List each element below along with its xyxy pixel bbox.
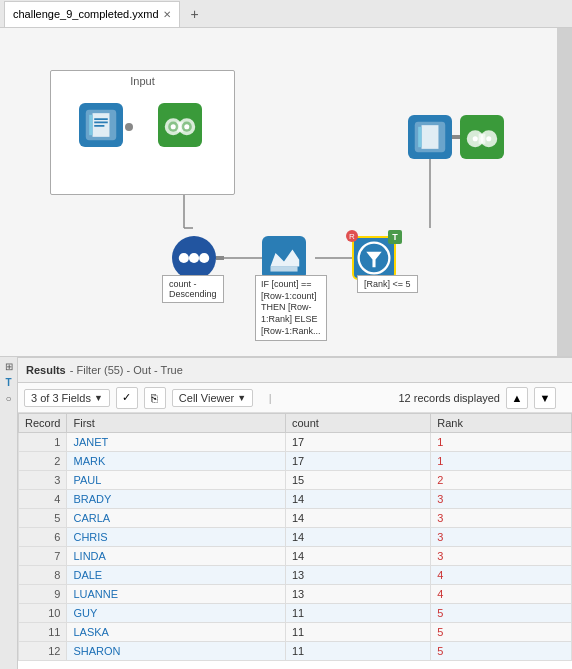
table-row: 4 BRADY 14 3 — [19, 490, 572, 509]
table-row: 1 JANET 17 1 — [19, 433, 572, 452]
cell-record: 4 — [19, 490, 67, 509]
cell-first: JANET — [67, 433, 286, 452]
table-row: 11 LASKA 11 5 — [19, 623, 572, 642]
cell-rank: 3 — [431, 528, 572, 547]
cell-first: LINDA — [67, 547, 286, 566]
right-binoculars-icon[interactable] — [460, 115, 504, 159]
cell-rank: 5 — [431, 623, 572, 642]
cell-viewer-chevron-icon: ▼ — [237, 393, 246, 403]
results-header: Results - Filter (55) - Out - True — [18, 358, 572, 383]
col-header-rank[interactable]: Rank — [431, 414, 572, 433]
cell-record: 9 — [19, 585, 67, 604]
cell-viewer-label: Cell Viewer — [179, 392, 234, 404]
table-row: 3 PAUL 15 2 — [19, 471, 572, 490]
cell-count: 13 — [285, 566, 430, 585]
formula-tool-icon[interactable] — [262, 236, 306, 280]
results-filter: - Filter (55) - Out - True — [70, 364, 183, 376]
svg-point-24 — [480, 130, 497, 147]
svg-point-21 — [359, 243, 390, 274]
cell-first: MARK — [67, 452, 286, 471]
col-header-count[interactable]: count — [285, 414, 430, 433]
cell-rank: 2 — [431, 471, 572, 490]
nav-up-button[interactable]: ▲ — [506, 387, 528, 409]
input-book-icon[interactable] — [79, 103, 123, 147]
table-row: 6 CHRIS 14 3 — [19, 528, 572, 547]
cell-rank: 3 — [431, 509, 572, 528]
table-row: 2 MARK 17 1 — [19, 452, 572, 471]
cell-count: 11 — [285, 642, 430, 661]
svg-rect-9 — [86, 110, 116, 140]
svg-point-19 — [199, 253, 209, 263]
input-label: Input — [51, 71, 234, 89]
table-wrapper: Record First count Rank 1 JANET 17 1 2 M… — [18, 413, 572, 661]
nav-down-button[interactable]: ▼ — [534, 387, 556, 409]
results-title: Results — [26, 364, 66, 376]
filter-label-text: [Rank] <= 5 — [364, 279, 411, 289]
left-icon-grid[interactable]: ⊞ — [2, 359, 16, 373]
left-icon-t[interactable]: T — [2, 375, 16, 389]
cell-record: 7 — [19, 547, 67, 566]
table-row: 12 SHARON 11 5 — [19, 642, 572, 661]
cell-rank: 1 — [431, 433, 572, 452]
table-row: 5 CARLA 14 3 — [19, 509, 572, 528]
svg-rect-25 — [479, 134, 486, 144]
binoculars-icon-1[interactable] — [158, 103, 202, 147]
svg-point-18 — [189, 253, 199, 263]
cell-count: 14 — [285, 547, 430, 566]
cell-first: LASKA — [67, 623, 286, 642]
fields-chevron-icon: ▼ — [94, 393, 103, 403]
svg-point-17 — [179, 253, 189, 263]
cell-rank: 5 — [431, 604, 572, 623]
tab-close-button[interactable]: ✕ — [163, 9, 171, 20]
cell-count: 14 — [285, 528, 430, 547]
svg-point-15 — [171, 124, 176, 129]
svg-rect-20 — [270, 266, 297, 271]
count-box-text: count -Descending — [169, 279, 217, 299]
cell-rank: 5 — [431, 642, 572, 661]
svg-point-23 — [467, 130, 484, 147]
svg-rect-22 — [415, 122, 445, 152]
formula-box: IF [count] ==[Row-1:count]THEN [Row-1:Ra… — [255, 275, 327, 341]
svg-point-27 — [486, 136, 491, 141]
fields-button[interactable]: 3 of 3 Fields ▼ — [24, 389, 110, 407]
formula-box-text: IF [count] ==[Row-1:count]THEN [Row-1:Ra… — [261, 279, 321, 336]
results-panel: ⊞ T ○ Results - Filter (55) - Out - True… — [0, 358, 572, 669]
cell-record: 1 — [19, 433, 67, 452]
fields-label: 3 of 3 Fields — [31, 392, 91, 404]
cell-viewer-button[interactable]: Cell Viewer ▼ — [172, 389, 253, 407]
svg-point-13 — [168, 122, 178, 132]
results-table: Record First count Rank 1 JANET 17 1 2 M… — [18, 413, 572, 661]
cell-first: BRADY — [67, 490, 286, 509]
right-book-icon[interactable] — [408, 115, 452, 159]
cell-count: 11 — [285, 604, 430, 623]
cell-first: SHARON — [67, 642, 286, 661]
cell-record: 12 — [19, 642, 67, 661]
cell-count: 17 — [285, 433, 430, 452]
tab-add-button[interactable]: + — [184, 3, 206, 25]
svg-point-26 — [473, 136, 478, 141]
svg-point-10 — [165, 118, 182, 135]
left-icon-circle[interactable]: ○ — [2, 391, 16, 405]
table-row: 10 GUY 11 5 — [19, 604, 572, 623]
cell-count: 17 — [285, 452, 430, 471]
tab-challenge[interactable]: challenge_9_completed.yxmd ✕ — [4, 1, 180, 27]
cell-record: 6 — [19, 528, 67, 547]
table-row: 8 DALE 13 4 — [19, 566, 572, 585]
canvas-right-sidebar — [557, 28, 572, 356]
filter-tool-container: T R — [352, 236, 396, 280]
cell-record: 3 — [19, 471, 67, 490]
cell-record: 2 — [19, 452, 67, 471]
cell-record: 8 — [19, 566, 67, 585]
table-row: 7 LINDA 14 3 — [19, 547, 572, 566]
col-header-first[interactable]: First — [67, 414, 286, 433]
cell-count: 14 — [285, 490, 430, 509]
check-icon-button[interactable]: ✓ — [116, 387, 138, 409]
left-sidebar: ⊞ T ○ — [0, 357, 18, 669]
tab-bar: challenge_9_completed.yxmd ✕ + — [0, 0, 572, 28]
cell-count: 13 — [285, 585, 430, 604]
cell-first: LUANNE — [67, 585, 286, 604]
copy-icon-button[interactable]: ⎘ — [144, 387, 166, 409]
cell-record: 5 — [19, 509, 67, 528]
separator-icon: | — [259, 387, 281, 409]
dots-tool-icon[interactable] — [172, 236, 216, 280]
